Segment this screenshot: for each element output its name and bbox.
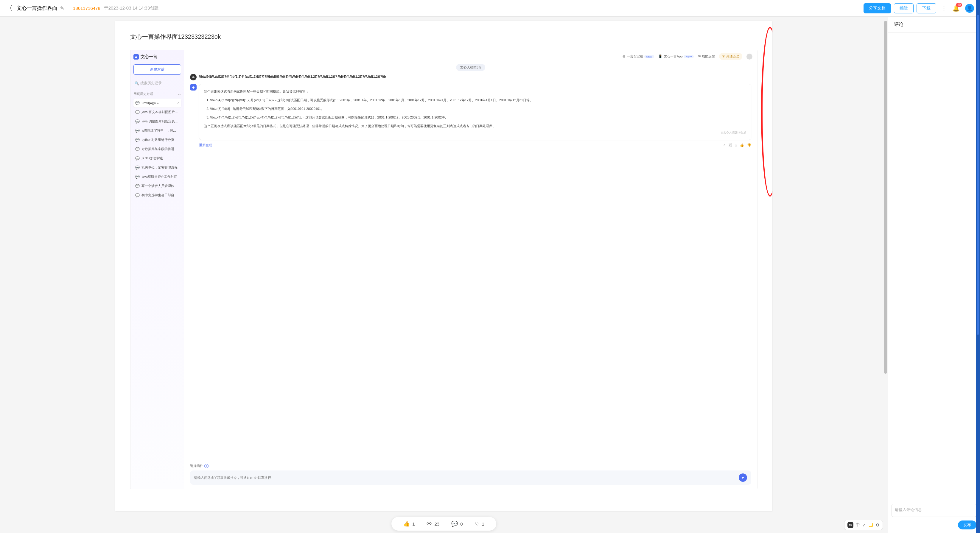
chat-icon: 💬 [135, 128, 140, 133]
user-message: 赢 \\b\\d{4}(\\.\\d{2})?年(\\d{1,2}月(\\d{1… [190, 74, 751, 80]
download-button[interactable]: 下载 [916, 3, 936, 13]
bot-list-item: \\b\\d{8}-\\d{8} - 这部分尝试匹配8位数字的日期范围，如200… [210, 106, 746, 112]
dark-mode-icon[interactable]: 🌙 [868, 523, 873, 527]
doc-title: 文心一言操作界面 [17, 5, 57, 12]
annotation-ellipse [761, 27, 772, 197]
search-history-input[interactable]: 🔍 搜索历史记录 [134, 79, 181, 87]
regenerate-button[interactable]: 重新生成 [199, 143, 212, 148]
comment-panel: 评论 发布 [888, 17, 980, 533]
notification-badge: 10 [956, 3, 962, 7]
comment-panel-title: 评论 [888, 17, 980, 33]
chat-screenshot: ◆ 文心一言 新建对话 🔍 搜索历史记录 网页历史对话 ︿ 💬\\b\\d{4}… [130, 50, 757, 489]
more-icon[interactable]: ⋮ [941, 5, 947, 12]
view-stat: 👁23 [426, 521, 439, 527]
comment-list [888, 33, 980, 500]
bot-list-item: \\b\\d{4}(\\.\\d{2})?年(\\d{1,2}月(\\d{1,2… [210, 97, 746, 103]
bot-list-item: \\b\\d{4}(\\.\\d{1,2})?(\\.\\d{1,2})?-\\… [210, 114, 746, 121]
copy-icon[interactable]: ⎘ [735, 143, 737, 147]
brand-logo-icon: ◆ [134, 54, 139, 60]
publish-button[interactable]: 发布 [958, 520, 977, 530]
document-page: 文心一言操作界面12323323223ok ◆ 文心一言 新建对话 🔍 搜索历史… [115, 21, 772, 511]
chat-icon: 💬 [135, 165, 140, 170]
top-header: 〈 文心一言操作界面 ✎ 18611716478 于2023-12-03 14:… [0, 0, 980, 17]
crown-icon: ♛ [722, 54, 725, 59]
share-icon[interactable]: ↗ [723, 143, 725, 147]
comment-input[interactable] [891, 504, 977, 517]
history-item[interactable]: 💬写一个涉密人员管理软件设计文档 [134, 181, 181, 190]
treasure-link[interactable]: ◎一言百宝箱NEW [622, 54, 654, 59]
history-item[interactable]: 💬对数据库某字段的值进行加密解密 [134, 144, 181, 154]
thumbs-up-icon[interactable]: 👍 [740, 143, 744, 147]
app-link[interactable]: 📱文心一言AppNEW [658, 54, 694, 59]
edit-button[interactable]: 编辑 [894, 3, 913, 13]
share-button[interactable]: 分享文档 [864, 3, 891, 13]
avatar[interactable]: 👤 [965, 4, 974, 13]
chat-icon: 💬 [135, 193, 140, 197]
eye-icon: 👁 [426, 521, 432, 527]
chat-input[interactable] [194, 476, 738, 479]
history-item[interactable]: 💬java 富文本转封面图片（缩 [134, 108, 181, 117]
history-item[interactable]: 💬\\b\\d{4}(\\.\\↗ [134, 98, 181, 108]
comment-icon: 💬 [451, 520, 458, 527]
expand-icon[interactable]: ⤢ [862, 523, 866, 527]
bot-message: ◆ 这个正则表达式看起来试图匹配一些日期和时间格式。让我尝试解析它： \\b\\… [190, 84, 751, 148]
vip-link[interactable]: ♛开通会员 [719, 53, 742, 60]
notifications-button[interactable]: 🔔 10 [952, 5, 960, 12]
plugin-selector[interactable]: 选择插件 + [184, 461, 757, 469]
history-item[interactable]: 💬js des加密解密 [134, 154, 181, 163]
chat-icon: 💬 [135, 119, 140, 124]
mail-icon: ✉ [698, 54, 701, 59]
page-title: 文心一言操作界面12323323223ok [130, 33, 757, 41]
lang-toggle[interactable]: 中 [856, 522, 860, 528]
history-item[interactable]: 💬java获取是否在工作时间 [134, 172, 181, 181]
search-icon: 🔍 [135, 81, 139, 86]
browser-scrollbar[interactable] [976, 0, 980, 533]
chat-icon: 💬 [135, 147, 140, 151]
history-item[interactable]: 💬js将连续字符串 _，替换为 [134, 126, 181, 135]
history-item[interactable]: 💬python对数组进行分页处理 [134, 135, 181, 144]
new-chat-button[interactable]: 新建对话 [134, 64, 181, 75]
edit-title-icon[interactable]: ✎ [60, 5, 64, 11]
feedback-link[interactable]: ✉功能反馈 [698, 54, 715, 59]
chat-icon: 💬 [135, 156, 140, 160]
compass-icon: ◎ [622, 54, 625, 59]
settings-icon[interactable]: ⚙ [876, 523, 880, 527]
history-item[interactable]: 💬java 调整图片到指定长宽， [134, 117, 181, 126]
comment-stat[interactable]: 💬0 [451, 520, 463, 527]
chat-icon: 💬 [135, 138, 140, 142]
brand-text: 文心一言 [141, 54, 157, 60]
thumbs-down-icon[interactable]: 👎 [747, 143, 751, 147]
favorite-stat[interactable]: ♡1 [475, 520, 484, 527]
chevron-up-icon[interactable]: ︿ [178, 92, 181, 96]
plus-icon: + [204, 464, 208, 468]
image-icon[interactable]: 🖼 [729, 143, 732, 147]
share-small-icon[interactable]: ↗ [177, 101, 179, 105]
stats-bar: 👍1 👁23 💬0 ♡1 [391, 517, 496, 531]
history-item[interactable]: 💬初中竞选学生会干部自我介绍 [134, 190, 181, 200]
du-logo-icon[interactable]: du [848, 522, 853, 528]
chat-input-row: ➤ [190, 471, 751, 485]
bot-intro: 这个正则表达式看起来试图匹配一些日期和时间格式。让我尝试解析它： [204, 89, 746, 95]
floating-widgets: du 中 ⤢ 🌙 ⚙ [844, 520, 883, 530]
chat-icon: 💬 [135, 175, 140, 179]
phone-icon: 📱 [658, 54, 662, 59]
chat-main: ◎一言百宝箱NEW 📱文心一言AppNEW ✉功能反馈 ♛开通会员 文心大模型3… [184, 50, 757, 489]
heart-icon: ♡ [475, 520, 480, 527]
doc-scrollbar[interactable] [884, 21, 887, 511]
model-badge: 文心大模型3.5 [456, 64, 485, 71]
history-section-header: 网页历史对话 ︿ [134, 92, 181, 96]
chat-icon: 💬 [135, 110, 140, 114]
send-button[interactable]: ➤ [739, 473, 747, 482]
document-area: 文心一言操作界面12323323223ok ◆ 文心一言 新建对话 🔍 搜索历史… [0, 17, 888, 533]
chat-sidebar: ◆ 文心一言 新建对话 🔍 搜索历史记录 网页历史对话 ︿ 💬\\b\\d{4}… [130, 50, 184, 489]
history-item[interactable]: 💬机关单位，定密管理流程 [134, 163, 181, 172]
bot-avatar-icon: ◆ [190, 84, 197, 90]
bot-outro: 这个正则表达式应该能匹配大部分常见的日期格式，但是它可能无法处理一些非常规的日期… [204, 123, 746, 129]
doc-author[interactable]: 18611716478 [73, 6, 100, 11]
user-avatar-icon: 赢 [190, 74, 197, 80]
back-icon[interactable]: 〈 [6, 4, 13, 13]
thumbs-up-icon: 👍 [403, 520, 410, 527]
chat-icon: 💬 [135, 184, 140, 188]
user-avatar-small[interactable] [746, 54, 752, 60]
like-stat[interactable]: 👍1 [403, 520, 415, 527]
